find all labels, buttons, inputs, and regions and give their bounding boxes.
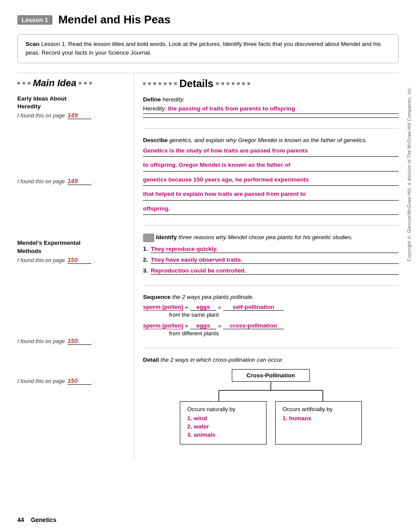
detail-diagram: Detail the 2 ways in which cross-pollina… xyxy=(143,356,399,451)
page-ref-150-2: I found this on page 150. xyxy=(17,337,127,345)
detail-identify: Identify three reasons why Mendel chose … xyxy=(143,234,399,285)
num-1: 1. xyxy=(143,246,151,252)
dot-d8 xyxy=(216,82,219,85)
page-num-150-1: 150 xyxy=(68,256,78,263)
footer-subject: Genetics xyxy=(31,516,56,523)
num-2: 2. xyxy=(143,256,151,263)
main-idea-section-heredity: Early Ideas AboutHeredity I found this o… xyxy=(17,95,127,126)
dot-d14 xyxy=(247,82,250,85)
scan-box: Scan Lesson 1. Read the lesson titles an… xyxy=(17,34,399,63)
sperm-pollen-2: sperm (pollen) xyxy=(143,322,183,329)
page-footer: 44 Genetics xyxy=(17,516,56,523)
page-num-149-1: 149 xyxy=(68,112,78,119)
page-ref-149-2: I found this on page 149. xyxy=(17,178,127,185)
dot-d6 xyxy=(169,82,172,85)
equals-1: = xyxy=(218,304,221,311)
identify-label: Identify xyxy=(156,234,177,240)
from-different-plants: from different plants xyxy=(169,330,399,337)
dot-5 xyxy=(84,82,87,84)
self-pollination-result: self-pollination xyxy=(223,304,284,311)
dot-d4 xyxy=(159,82,161,85)
describe-answer: Genetics is the study of how traits are … xyxy=(143,146,399,215)
dot-4 xyxy=(79,82,81,84)
page-ref-149-1: I found this on page 149. xyxy=(17,112,127,120)
page-label-4: I found this on page xyxy=(17,338,65,344)
dot-d12 xyxy=(237,82,240,85)
dot-3 xyxy=(28,82,30,84)
reason-1-answer: They reproduce quickly. xyxy=(151,246,399,253)
reason-2-answer: They have easily observed traits. xyxy=(151,256,399,264)
reason-3: 3. Reproduction could be controlled. xyxy=(143,267,399,275)
dot-6 xyxy=(89,82,92,84)
lesson-header: Lesson 1 Mendel and His Peas xyxy=(17,13,399,26)
self-pollination-row: sperm (pollen) + eggs = self-pollination xyxy=(143,304,399,311)
heredity-answer-row: Heredity: the passing of traits from par… xyxy=(143,105,399,112)
page-num-150-3: 150 xyxy=(68,377,78,384)
sequence-prompt: Sequence the 2 ways pea plants pollinate… xyxy=(143,293,399,300)
methods-title: Mendel's ExperimentalMethods xyxy=(17,239,127,256)
heredity-prefix: Heredity: xyxy=(143,105,168,112)
page-line-3: 150 xyxy=(68,256,91,264)
plus-1: + xyxy=(185,304,188,311)
main-idea-section-methods: Mendel's ExperimentalMethods I found thi… xyxy=(17,239,127,270)
line2 xyxy=(143,171,399,172)
detail-describe: Describe genetics, and explain why Grego… xyxy=(143,136,399,226)
heredity-underline2 xyxy=(143,117,399,118)
sperm-pollen-1: sperm (pollen) xyxy=(143,304,183,311)
reason-1-text: They reproduce quickly. xyxy=(151,246,218,252)
main-idea-section-5: I found this on page 150. xyxy=(17,377,127,391)
page-label-3: I found this on page xyxy=(17,257,65,263)
details-header: Details xyxy=(143,73,399,96)
reasons-list: 1. They reproduce quickly. 2. They have … xyxy=(143,246,399,275)
page-line-2: 149 xyxy=(68,178,91,185)
left-box-title: Occurs naturally by xyxy=(187,406,259,412)
line1 xyxy=(143,156,399,157)
eggs-1: eggs xyxy=(190,304,216,311)
cross-pollination-diagram: Cross-Pollination xyxy=(143,369,399,444)
diagram-branches-svg xyxy=(167,382,375,401)
heredity-underline xyxy=(143,114,399,114)
scan-label: Scan xyxy=(26,41,39,47)
page-num-150-2: 150 xyxy=(68,337,78,344)
page-line-5: 150 xyxy=(68,377,91,385)
describe-text: genetics, and explain why Gregor Mendel … xyxy=(168,137,367,143)
describe-prompt: Describe genetics, and explain why Grego… xyxy=(143,136,399,143)
lesson-title: Mendel and His Peas xyxy=(58,13,171,26)
reason-2-text: They have easily observed traits. xyxy=(151,256,243,263)
left-item-2: 2. water xyxy=(187,423,259,430)
dot-d5 xyxy=(164,82,166,85)
detail-label: Detail xyxy=(143,357,159,363)
main-idea-section-2: I found this on page 149. xyxy=(17,178,127,191)
detail-sequence: Sequence the 2 ways pea plants pollinate… xyxy=(143,293,399,348)
dot-d11 xyxy=(232,82,234,85)
dot-d2 xyxy=(148,82,151,85)
cross-pollination-row: sperm (pollen) + eggs = cross-pollinatio… xyxy=(143,322,399,329)
reason-3-answer: Reproduction could be controlled. xyxy=(151,267,399,275)
eggs-2: eggs xyxy=(190,322,216,329)
define-text: heredity. xyxy=(161,96,185,103)
diagram-right-box: Occurs artificially by 1. humans xyxy=(275,401,362,444)
page-ref-150-3: I found this on page 150. xyxy=(17,377,127,385)
scan-text: Lesson 1. Read the lesson titles and bol… xyxy=(26,41,381,56)
heredity-answer: the passing of traits from parents to of… xyxy=(168,105,295,112)
main-idea-header: Main Idea xyxy=(17,73,127,95)
right-item-1: 1. humans xyxy=(283,415,354,422)
define-label: Define xyxy=(143,96,161,103)
cross-pollination-result: cross-pollination xyxy=(223,322,284,329)
page-num-149-2: 149 xyxy=(68,178,78,185)
main-idea-section-4: I found this on page 150. xyxy=(17,337,127,351)
dot-2 xyxy=(23,82,25,84)
line4 xyxy=(143,200,399,201)
dot-d3 xyxy=(153,82,156,85)
page-line-1: 149 xyxy=(68,112,91,119)
identify-prompt: Identify three reasons why Mendel chose … xyxy=(143,234,399,242)
reason-1: 1. They reproduce quickly. xyxy=(143,246,399,253)
lesson-badge: Lesson 1 xyxy=(17,15,52,25)
left-item-3: 3. animals xyxy=(187,431,259,438)
detail-text: the 2 ways in which cross-pollination ca… xyxy=(159,357,284,363)
main-layout: Main Idea Early Ideas AboutHeredity I fo… xyxy=(17,73,399,460)
reason-3-text: Reproduction could be controlled. xyxy=(151,267,246,274)
cross-pollination-label: Cross-Pollination xyxy=(247,372,295,379)
sequence-text: the 2 ways pea plants pollinate. xyxy=(171,294,254,300)
dot-d10 xyxy=(227,82,229,85)
